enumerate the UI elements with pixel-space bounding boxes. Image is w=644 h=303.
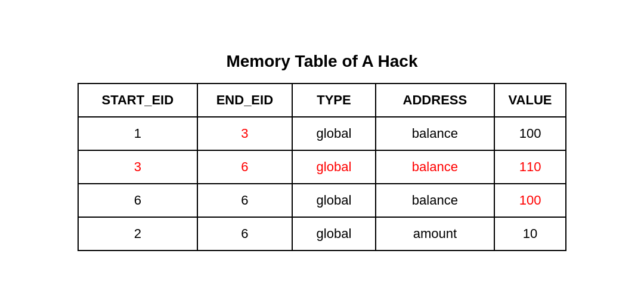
table-row: 13globalbalance100 — [78, 117, 566, 150]
cell-start-eid: 2 — [78, 217, 197, 251]
col-header-start-eid: START_EID — [78, 84, 197, 117]
col-header-end-eid: END_EID — [197, 84, 293, 117]
cell-type: global — [292, 117, 375, 150]
cell-end-eid: 6 — [197, 184, 293, 217]
memory-table: START_EID END_EID TYPE ADDRESS VALUE 13g… — [78, 83, 566, 251]
cell-address: amount — [376, 217, 494, 251]
col-header-value: VALUE — [494, 84, 566, 117]
table-row: 66globalbalance100 — [78, 184, 566, 217]
cell-address: balance — [376, 117, 494, 150]
cell-start-eid: 1 — [78, 117, 197, 150]
cell-start-eid: 6 — [78, 184, 197, 217]
cell-address: balance — [376, 150, 494, 184]
cell-value: 100 — [494, 184, 566, 217]
cell-end-eid: 3 — [197, 117, 293, 150]
col-header-address: ADDRESS — [376, 84, 494, 117]
cell-type: global — [292, 184, 375, 217]
cell-end-eid: 6 — [197, 217, 293, 251]
cell-value: 10 — [494, 217, 566, 251]
cell-value: 110 — [494, 150, 566, 184]
cell-value: 100 — [494, 117, 566, 150]
table-header-row: START_EID END_EID TYPE ADDRESS VALUE — [78, 84, 566, 117]
table-row: 26globalamount10 — [78, 217, 566, 251]
col-header-type: TYPE — [292, 84, 375, 117]
cell-address: balance — [376, 184, 494, 217]
cell-end-eid: 6 — [197, 150, 293, 184]
cell-type: global — [292, 150, 375, 184]
table-row: 36globalbalance110 — [78, 150, 566, 184]
cell-type: global — [292, 217, 375, 251]
cell-start-eid: 3 — [78, 150, 197, 184]
page-title: Memory Table of A Hack — [226, 52, 417, 71]
